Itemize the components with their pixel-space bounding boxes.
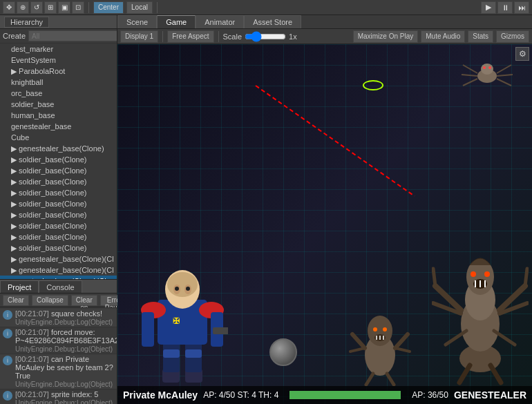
hand-tool[interactable]: ✥ [3, 1, 15, 14]
genestealer-stats: AP: 36/50 [412, 390, 448, 400]
hierarchy-search[interactable] [28, 30, 117, 41]
move-tool[interactable]: ⊕ [17, 1, 29, 14]
log-timestamp: [00:21:07] [15, 328, 51, 336]
stats-btn[interactable]: Stats [468, 30, 493, 43]
hierarchy-item[interactable]: ▶ soldier_base(Clone) [0, 242, 117, 253]
scale-tool[interactable]: ⊞ [44, 1, 57, 14]
hierarchy-item[interactable]: ▶ ParabolaRoot [0, 66, 117, 77]
log-entry[interactable]: i [00:21:07] forced move: P~4E9286C894FB… [0, 327, 117, 354]
gizmos-btn[interactable]: Gizmos [496, 30, 529, 43]
pause-button[interactable]: ⏸ [497, 1, 513, 14]
svg-point-58 [471, 271, 476, 277]
hierarchy-item[interactable]: ▶ soldier_base(Clone) [0, 209, 117, 220]
hierarchy-item[interactable]: ▶ soldier_base(Clone) [0, 198, 117, 209]
svg-line-6 [497, 65, 511, 73]
hierarchy-item[interactable]: human_base [0, 110, 117, 121]
log-timestamp: [00:21:07] [15, 309, 51, 318]
play-button[interactable]: ▶ [481, 1, 496, 14]
pivot-btn[interactable]: Center [93, 1, 124, 14]
hierarchy-item[interactable]: ▶ soldier_base(Clone) [0, 220, 117, 231]
tab-project[interactable]: Project [0, 280, 39, 293]
hierarchy-item[interactable]: ▶ genestealer_base(Clone)(Cl [0, 253, 117, 264]
tab-console[interactable]: Console [39, 280, 82, 293]
left-split: Hierarchy Create dest_markerEventSystem▶… [0, 15, 117, 404]
svg-text:✠: ✠ [173, 316, 180, 326]
hierarchy-item[interactable]: ▶ soldier_base(Clone) [0, 176, 117, 187]
tab-animator[interactable]: Animator [196, 15, 244, 28]
hierarchy-item[interactable]: ▶ soldier_base(Clone) [0, 231, 117, 242]
character-selector [363, 80, 383, 90]
rect-tool[interactable]: ▣ [58, 1, 70, 14]
sep1 [88, 2, 89, 13]
game-info-bar: Private McAuley AP: 4/50 ST: 4 TH: 4 AP:… [117, 386, 532, 404]
log-entry[interactable]: i [00:21:07] sprite index: 5 UnityEngine… [0, 389, 117, 404]
log-message: sprite index: 5 [51, 390, 98, 398]
marine-stats: AP: 4/50 ST: 4 TH: 4 [203, 390, 278, 400]
svg-line-54 [446, 331, 466, 345]
hierarchy-list[interactable]: dest_markerEventSystem▶ ParabolaRootknig… [0, 44, 117, 279]
console-clear-btn[interactable]: Clear [3, 295, 29, 306]
svg-rect-18 [142, 312, 154, 347]
display-btn[interactable]: Display 1 [120, 30, 158, 43]
hierarchy-item[interactable]: Cube [0, 132, 117, 143]
hierarchy-item[interactable]: orc_base [0, 88, 117, 99]
aspect-btn[interactable]: Free Aspect [167, 30, 213, 43]
right-main: Scene Game Animator Asset Store Display … [117, 15, 532, 404]
tab-asset-store[interactable]: Asset Store [244, 15, 301, 28]
game-toolbar-right: Maximize On Play Mute Audio Stats Gizmos [353, 30, 529, 43]
svg-line-36 [366, 374, 373, 385]
scale-slider[interactable] [245, 31, 286, 42]
svg-point-59 [484, 271, 490, 277]
hierarchy-item[interactable]: genestealer_base(Clone)(Cl [0, 276, 117, 279]
hierarchy-item[interactable]: ▶ soldier_base(Clone) [0, 165, 117, 176]
log-sub: UnityEngine.Debug:Log(Object) [15, 399, 113, 404]
svg-point-38 [373, 327, 377, 331]
hierarchy-tab[interactable]: Hierarchy [4, 17, 49, 28]
play-controls: ▶ ⏸ ⏭ [481, 1, 529, 14]
joystick-ball[interactable] [269, 338, 297, 366]
game-settings-icon[interactable]: ⚙ [515, 47, 529, 61]
hierarchy-item[interactable]: dest_marker [0, 44, 117, 55]
scale-group: Scale 1x [223, 31, 297, 42]
hierarchy-item[interactable]: ▶ soldier_base(Clone) [0, 154, 117, 165]
svg-line-52 [525, 269, 527, 286]
hierarchy-item[interactable]: genestealer_base [0, 121, 117, 132]
tab-game[interactable]: Game [157, 15, 196, 28]
svg-line-7 [497, 75, 513, 76]
console-clear-on-play-btn[interactable]: Clear on Play [71, 295, 97, 306]
top-toolbar: ✥ ⊕ ↺ ⊞ ▣ ⊡ Center Local ▶ ⏸ ⏭ [0, 0, 532, 15]
svg-point-26 [186, 287, 190, 291]
svg-point-2 [481, 64, 493, 75]
console-log[interactable]: i [00:21:07] square checks! UnityEngine.… [0, 307, 117, 404]
hierarchy-item[interactable]: EventSystem [0, 55, 117, 66]
marine-character: ✠ [138, 251, 228, 386]
console-collapse-btn[interactable]: Collapse [32, 295, 68, 306]
svg-line-37 [387, 374, 394, 385]
log-entry[interactable]: i [00:21:07] can Private McAuley be seen… [0, 354, 117, 389]
tab-scene[interactable]: Scene [117, 15, 157, 28]
create-button[interactable]: Create [3, 32, 26, 40]
main-layout: Hierarchy Create dest_markerEventSystem▶… [0, 15, 532, 404]
svg-point-31 [368, 316, 392, 346]
hierarchy-item[interactable]: soldier_base [0, 99, 117, 110]
hierarchy-item[interactable]: knightball [0, 77, 117, 88]
hierarchy-item[interactable]: ▶ soldier_base(Clone) [0, 187, 117, 198]
step-button[interactable]: ⏭ [514, 1, 529, 14]
console-toolbar: Clear Collapse Clear on Play Error Pause… [0, 294, 117, 307]
svg-line-4 [462, 75, 477, 76]
svg-point-9 [483, 66, 486, 69]
svg-line-33 [350, 348, 365, 352]
transform-tool[interactable]: ⊡ [72, 1, 84, 14]
scale-label: Scale [223, 32, 243, 41]
hierarchy-item[interactable]: ▶ genestealer_base(Clone) [0, 143, 117, 154]
mute-btn[interactable]: Mute Audio [421, 30, 465, 43]
hierarchy-item[interactable]: ▶ genestealer_base(Clone)(Cl [0, 264, 117, 276]
log-entry[interactable]: i [00:21:07] square checks! UnityEngine.… [0, 309, 117, 327]
space-btn[interactable]: Local [126, 1, 153, 14]
maximize-btn[interactable]: Maximize On Play [353, 30, 419, 43]
log-icon: i [3, 310, 12, 320]
rotate-tool[interactable]: ↺ [30, 1, 43, 14]
hierarchy-section: Hierarchy Create dest_markerEventSystem▶… [0, 15, 117, 280]
genestealer-mid [349, 296, 411, 386]
svg-line-57 [491, 365, 501, 383]
